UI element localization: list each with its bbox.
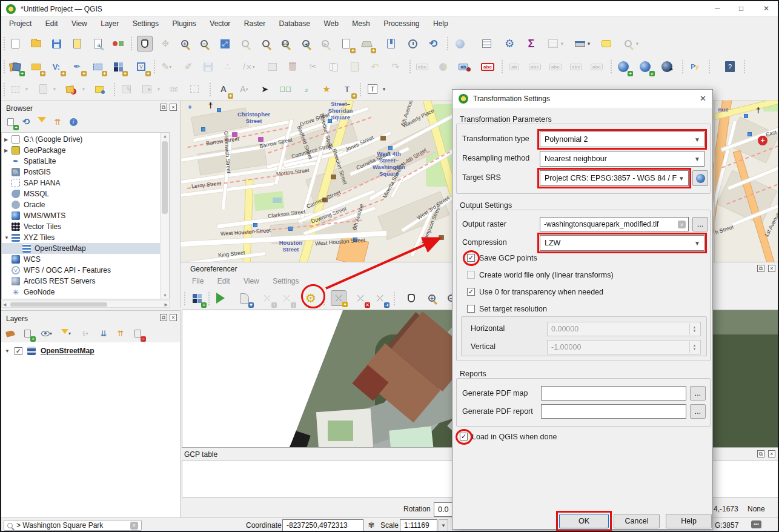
- zoom-out-icon[interactable]: −: [196, 36, 212, 52]
- save-project-icon[interactable]: [48, 36, 64, 52]
- browser-refresh-icon[interactable]: ⟲: [19, 115, 33, 128]
- add-raster-layer-icon[interactable]: V:✦: [48, 59, 64, 75]
- processing-toolbox-icon[interactable]: ⚙: [502, 36, 517, 52]
- new-project-icon[interactable]: [7, 36, 23, 52]
- help-button[interactable]: Help: [666, 514, 712, 528]
- scale-combo[interactable]: 1:11169: [400, 519, 437, 531]
- messages-icon[interactable]: •••: [751, 520, 761, 528]
- layer-checkbox[interactable]: ✓: [15, 347, 22, 355]
- locator-search-box[interactable]: > Washington Square Park ×: [4, 520, 142, 531]
- label-show-hide-icon[interactable]: abc: [527, 59, 543, 75]
- toggle-editing-icon[interactable]: ✎▾: [159, 59, 174, 75]
- georef-delete-point-icon[interactable]: ⤫✕: [353, 290, 368, 306]
- georef-move-point-icon[interactable]: ⤫➜: [372, 290, 388, 306]
- gcp-close-icon[interactable]: ×: [768, 450, 775, 457]
- attribute-table-dropdown-icon[interactable]: ▾: [559, 36, 566, 52]
- zoom-next-icon[interactable]: ▸: [317, 36, 333, 52]
- layers-filter-legend-icon[interactable]: ▾: [58, 327, 74, 340]
- new-print-layout-icon[interactable]: [69, 36, 85, 52]
- metasearch-icon[interactable]: ⌕: [637, 59, 653, 75]
- cut-features-icon[interactable]: ✂: [305, 59, 321, 75]
- extents-lock-icon[interactable]: ✾: [365, 518, 378, 531]
- help-icon[interactable]: ?: [722, 59, 738, 75]
- georef-menu-view[interactable]: View: [238, 274, 265, 288]
- label-edit-icon[interactable]: abc: [589, 59, 605, 75]
- select-features-icon[interactable]: [7, 81, 23, 97]
- modify-attributes-icon[interactable]: [264, 59, 280, 75]
- zoom-native-icon[interactable]: 1:1: [277, 36, 293, 52]
- text-format-icon[interactable]: T: [365, 81, 380, 97]
- tree-item-geopackage[interactable]: ▶GeoPackage: [2, 145, 169, 156]
- tree-item-oracle[interactable]: Oracle: [2, 199, 169, 210]
- georef-save-gcp-icon[interactable]: ⤫↓: [279, 290, 294, 306]
- tree-item-wcs[interactable]: WCS: [2, 254, 169, 265]
- scale-dropdown-icon[interactable]: ▼: [439, 519, 448, 531]
- search-clear-icon[interactable]: ×: [130, 522, 138, 530]
- layers-styling-icon[interactable]: [4, 327, 17, 340]
- pdf-report-input[interactable]: [541, 404, 686, 419]
- search-value[interactable]: > Washington Square Park: [16, 521, 103, 530]
- close-button[interactable]: ✕: [763, 4, 769, 13]
- crs-indicator[interactable]: G:3857: [715, 521, 738, 530]
- georef-menu-file[interactable]: File: [187, 274, 209, 288]
- refresh-icon[interactable]: ⟲: [425, 36, 441, 52]
- paste-features-icon[interactable]: [346, 59, 362, 75]
- layers-visibility-icon[interactable]: ▾: [39, 327, 55, 340]
- cursor-icon[interactable]: ➤: [257, 81, 273, 97]
- georef-add-point-icon[interactable]: ⤫✦: [331, 290, 346, 306]
- menu-settings[interactable]: Settings: [127, 17, 164, 30]
- coordinate-input[interactable]: -8237250,4972313: [282, 519, 363, 531]
- label-pin-icon[interactable]: ab: [457, 59, 472, 75]
- annotation-star-icon[interactable]: ★: [319, 81, 334, 97]
- menu-processing[interactable]: Processing: [378, 17, 425, 30]
- tree-item-geonode[interactable]: ✳GeoNode: [2, 287, 169, 298]
- select-by-location-icon[interactable]: [92, 81, 108, 97]
- load-qgis-checkbox[interactable]: ✓: [460, 433, 468, 441]
- open-project-icon[interactable]: [28, 36, 44, 52]
- save-gcp-checkbox[interactable]: ✓: [467, 254, 475, 262]
- copy-features-icon[interactable]: [326, 59, 342, 75]
- menu-web[interactable]: Web: [318, 17, 343, 30]
- pdf-map-browse-button[interactable]: ...: [690, 386, 706, 401]
- data-source-manager-icon[interactable]: +: [7, 59, 23, 75]
- multiedit-icon[interactable]: ⧉ε: [166, 81, 182, 97]
- output-raster-input[interactable]: -washingtonsquarepark_modified.tif ×: [540, 217, 689, 231]
- label-highlight-icon[interactable]: abc: [480, 59, 496, 75]
- georeferencer-float-icon[interactable]: ⧉: [757, 265, 764, 272]
- georef-menu-settings[interactable]: Settings: [267, 274, 304, 288]
- pan-map-icon[interactable]: [137, 36, 153, 52]
- tree-item-postgis[interactable]: 🐘PostGIS: [2, 167, 169, 178]
- tree-item-saphana[interactable]: SAP HANA: [2, 178, 169, 188]
- menu-help[interactable]: Help: [428, 17, 454, 30]
- identify-features-icon[interactable]: [452, 36, 468, 52]
- layers-close-icon[interactable]: ×: [170, 314, 177, 321]
- new-map-view-icon[interactable]: ✦: [338, 36, 354, 52]
- browser-close-icon[interactable]: ×: [170, 104, 177, 111]
- tree-item-openstreetmap[interactable]: OpenStreetMap: [2, 243, 169, 254]
- maximize-button[interactable]: □: [739, 4, 743, 13]
- layers-collapse-all-icon[interactable]: ⇈: [114, 327, 127, 340]
- label-move-icon[interactable]: abc: [548, 59, 563, 75]
- georef-load-gcp-icon[interactable]: ⤫↑: [259, 290, 275, 306]
- resampling-select[interactable]: Nearest neighbour▼: [540, 151, 704, 167]
- style-manager-icon[interactable]: [110, 36, 126, 52]
- browser-filter-icon[interactable]: [35, 115, 48, 128]
- layer-expander[interactable]: ▼: [5, 348, 10, 354]
- clear-input-icon[interactable]: ×: [678, 221, 686, 228]
- select-by-form-icon[interactable]: ⃠: [63, 81, 79, 97]
- digitize-icon[interactable]: ∴: [220, 59, 236, 75]
- spatial-bookmarks-icon[interactable]: [383, 36, 399, 52]
- menu-view[interactable]: View: [66, 17, 93, 30]
- menu-vector[interactable]: Vector: [204, 17, 236, 30]
- dialog-close-icon[interactable]: ✕: [700, 94, 706, 103]
- tree-item-wms[interactable]: WMS/WMTS: [2, 210, 169, 221]
- add-virtual-layer-icon[interactable]: V✦: [133, 59, 149, 75]
- edit-attributes-icon[interactable]: ✎: [119, 81, 134, 97]
- georef-menu-edit[interactable]: Edit: [212, 274, 236, 288]
- rotate-dropdown-icon[interactable]: ▾: [155, 81, 162, 97]
- select-dropdown-icon[interactable]: ▾: [23, 81, 30, 97]
- pdf-report-browse-button[interactable]: ...: [690, 404, 706, 419]
- menu-edit[interactable]: Edit: [40, 17, 64, 30]
- browser-vscrollbar[interactable]: ▲ ▼: [160, 133, 169, 299]
- diagrams-icon[interactable]: [435, 59, 451, 75]
